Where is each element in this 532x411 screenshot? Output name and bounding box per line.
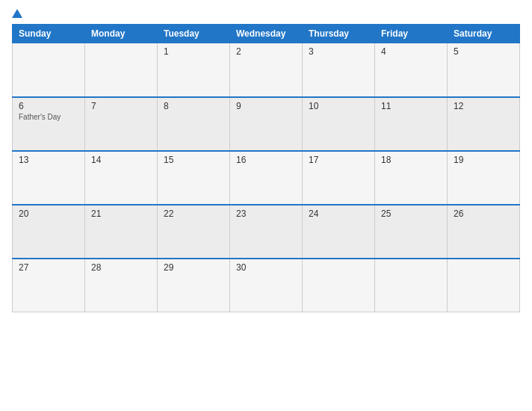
day-number: 10 <box>309 101 368 111</box>
calendar-cell: 3 <box>303 43 375 97</box>
calendar-cell: 20 <box>13 205 85 259</box>
calendar-cell <box>375 259 448 312</box>
calendar-cell: 11 <box>375 97 448 151</box>
day-number: 28 <box>91 262 151 273</box>
day-number: 12 <box>454 101 513 111</box>
calendar-header <box>12 9 520 18</box>
logo <box>12 9 24 18</box>
week-row-4: 20212223242526 <box>13 205 520 259</box>
calendar-cell <box>448 259 520 312</box>
day-number: 6 <box>19 101 78 111</box>
day-number: 24 <box>309 208 368 219</box>
day-header-thursday: Thursday <box>303 25 375 43</box>
calendar-cell: 5 <box>448 43 520 97</box>
calendar-cell: 28 <box>85 259 158 312</box>
calendar-cell: 23 <box>230 205 303 259</box>
day-number: 20 <box>19 208 78 219</box>
calendar-cell: 30 <box>230 259 303 312</box>
week-row-5: 27282930 <box>13 259 520 312</box>
day-number: 7 <box>91 101 151 111</box>
day-number: 4 <box>381 46 441 57</box>
day-number: 26 <box>454 208 513 219</box>
day-header-friday: Friday <box>375 25 448 43</box>
day-number: 3 <box>309 46 368 57</box>
calendar-cell: 13 <box>13 151 85 205</box>
calendar-table: SundayMondayTuesdayWednesdayThursdayFrid… <box>12 24 520 312</box>
day-header-wednesday: Wednesday <box>230 25 303 43</box>
logo-triangle-icon <box>12 9 22 18</box>
logo-blue-text <box>12 9 24 18</box>
calendar-cell: 21 <box>85 205 158 259</box>
day-number: 11 <box>381 101 441 111</box>
day-header-sunday: Sunday <box>13 25 85 43</box>
day-number: 27 <box>19 262 78 273</box>
week-row-1: 12345 <box>13 43 520 97</box>
calendar-cell: 24 <box>303 205 375 259</box>
calendar-cell: 1 <box>158 43 230 97</box>
calendar-cell: 17 <box>303 151 375 205</box>
days-header-row: SundayMondayTuesdayWednesdayThursdayFrid… <box>13 25 520 43</box>
day-number: 1 <box>164 46 223 57</box>
day-number: 21 <box>91 208 151 219</box>
calendar-cell: 27 <box>13 259 85 312</box>
week-row-2: 6Father's Day789101112 <box>13 97 520 151</box>
day-number: 9 <box>236 101 296 111</box>
day-number: 22 <box>164 208 223 219</box>
day-number: 30 <box>236 262 296 273</box>
calendar-cell <box>85 43 158 97</box>
day-number: 2 <box>236 46 296 57</box>
day-number: 29 <box>164 262 223 273</box>
calendar-cell: 18 <box>375 151 448 205</box>
day-number: 13 <box>19 155 78 165</box>
calendar-cell: 16 <box>230 151 303 205</box>
day-header-tuesday: Tuesday <box>158 25 230 43</box>
calendar-cell: 22 <box>158 205 230 259</box>
day-number: 5 <box>454 46 513 57</box>
day-number: 14 <box>91 155 151 165</box>
calendar-cell: 4 <box>375 43 448 97</box>
day-number: 18 <box>381 155 441 165</box>
day-number: 15 <box>164 155 223 165</box>
calendar-cell: 6Father's Day <box>13 97 85 151</box>
day-number: 23 <box>236 208 296 219</box>
day-header-monday: Monday <box>85 25 158 43</box>
day-header-saturday: Saturday <box>448 25 520 43</box>
event-label: Father's Day <box>19 113 78 121</box>
calendar-cell: 26 <box>448 205 520 259</box>
calendar-cell: 14 <box>85 151 158 205</box>
day-number: 17 <box>309 155 368 165</box>
calendar-cell <box>13 43 85 97</box>
calendar-cell: 9 <box>230 97 303 151</box>
calendar-cell: 2 <box>230 43 303 97</box>
calendar-cell: 8 <box>158 97 230 151</box>
day-number: 19 <box>454 155 513 165</box>
calendar-cell: 10 <box>303 97 375 151</box>
calendar-container: SundayMondayTuesdayWednesdayThursdayFrid… <box>0 0 532 411</box>
calendar-cell: 25 <box>375 205 448 259</box>
day-number: 16 <box>236 155 296 165</box>
calendar-cell: 7 <box>85 97 158 151</box>
week-row-3: 13141516171819 <box>13 151 520 205</box>
calendar-cell: 15 <box>158 151 230 205</box>
calendar-cell <box>303 259 375 312</box>
calendar-thead: SundayMondayTuesdayWednesdayThursdayFrid… <box>13 25 520 43</box>
day-number: 8 <box>164 101 223 111</box>
calendar-cell: 29 <box>158 259 230 312</box>
calendar-body: 123456Father's Day7891011121314151617181… <box>13 43 520 312</box>
day-number: 25 <box>381 208 441 219</box>
calendar-cell: 19 <box>448 151 520 205</box>
calendar-cell: 12 <box>448 97 520 151</box>
